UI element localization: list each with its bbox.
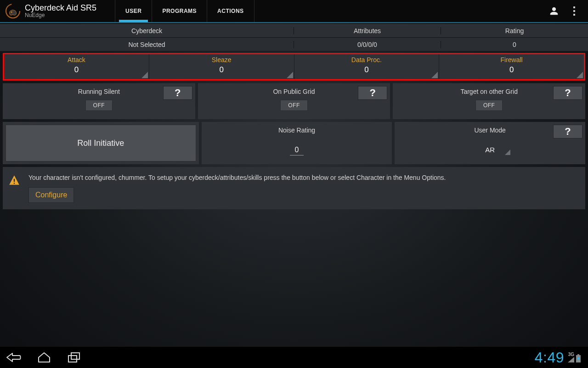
input-underline xyxy=(290,155,304,155)
running-silent-toggle[interactable]: OFF xyxy=(85,100,113,111)
profile-icon[interactable] xyxy=(544,0,564,22)
stat-dataproc-label: Data Proc. xyxy=(294,56,439,63)
user-mode-value: AR xyxy=(476,146,504,154)
svg-rect-3 xyxy=(573,10,575,12)
card-other-grid: Target on other Grid OFF ? xyxy=(393,83,585,119)
stat-attack[interactable]: Attack 0 xyxy=(4,54,149,79)
val-rating: 0 xyxy=(441,41,588,48)
col-cyberdeck: Cyberdeck xyxy=(0,27,294,34)
battery-icon xyxy=(576,354,581,362)
app-subtitle: NuEdge xyxy=(25,12,96,18)
svg-rect-10 xyxy=(577,354,579,355)
help-button[interactable]: ? xyxy=(358,86,387,100)
tab-actions[interactable]: ACTIONS xyxy=(207,0,254,22)
val-cyberdeck[interactable]: Not Selected xyxy=(0,41,294,48)
public-grid-label: On Public Grid xyxy=(273,88,315,95)
stat-firewall-label: Firewall xyxy=(439,56,584,63)
stat-dataproc[interactable]: Data Proc. 0 xyxy=(294,54,440,79)
stat-dataproc-value: 0 xyxy=(294,65,439,75)
col-rating: Rating xyxy=(441,27,588,34)
card-user-mode: User Mode AR ? xyxy=(395,122,585,164)
action-bar: Cyberdeck Aid SR5 NuEdge USER PROGRAMS A… xyxy=(0,0,588,22)
action-row: Roll Initiative Noise Rating 0 User Mode… xyxy=(3,122,585,164)
svg-point-1 xyxy=(11,12,12,13)
help-button[interactable]: ? xyxy=(553,125,582,138)
noise-rating-label: Noise Rating xyxy=(278,126,315,134)
card-public-grid: On Public Grid OFF ? xyxy=(198,83,390,119)
network-label: 3G xyxy=(568,352,574,357)
status-icons: 3G xyxy=(568,352,581,362)
configure-notice: Your character isn't configured, chummer… xyxy=(3,167,585,209)
system-nav-bar: 4:49 3G xyxy=(0,347,588,368)
spinner-handle-icon xyxy=(505,150,510,155)
other-grid-toggle[interactable]: OFF xyxy=(475,100,503,111)
user-mode-label: User Mode xyxy=(474,126,505,134)
app-title: Cyberdeck Aid SR5 xyxy=(25,4,96,13)
tab-user-label: USER xyxy=(125,8,141,14)
help-button[interactable]: ? xyxy=(553,86,582,100)
card-noise-rating: Noise Rating 0 xyxy=(202,122,392,164)
col-attributes: Attributes xyxy=(294,27,441,34)
running-silent-label: Running Silent xyxy=(78,88,120,95)
stat-attack-label: Attack xyxy=(4,56,149,63)
val-attributes: 0/0/0/0 xyxy=(294,41,441,48)
card-running-silent: Running Silent OFF ? xyxy=(3,83,195,119)
app-icon xyxy=(4,2,22,20)
spinner-handle-icon xyxy=(141,72,148,78)
recents-button[interactable] xyxy=(65,351,84,364)
spinner-handle-icon xyxy=(287,72,293,78)
other-grid-label: Target on other Grid xyxy=(460,88,518,95)
noise-rating-value[interactable]: 0 xyxy=(295,146,299,154)
card-roll-initiative: Roll Initiative xyxy=(3,122,199,164)
notice-body: Your character isn't configured, chummer… xyxy=(28,173,580,203)
configure-button[interactable]: Configure xyxy=(28,187,74,203)
app-title-block: Cyberdeck Aid SR5 NuEdge xyxy=(25,4,96,19)
stat-attack-value: 0 xyxy=(4,65,149,75)
tab-programs-label: PROGRAMS xyxy=(162,8,197,14)
user-mode-spinner[interactable]: AR xyxy=(476,146,504,154)
signal-icon xyxy=(568,357,574,362)
tab-user[interactable]: USER xyxy=(115,0,152,22)
notice-text: Your character isn't configured, chummer… xyxy=(28,173,580,183)
deck-summary-value-row: Not Selected 0/0/0/0 0 xyxy=(0,38,588,52)
back-button[interactable] xyxy=(5,351,23,364)
stat-firewall[interactable]: Firewall 0 xyxy=(439,54,584,79)
stat-sleaze-label: Sleaze xyxy=(149,56,294,63)
svg-rect-5 xyxy=(14,179,15,182)
stat-sleaze[interactable]: Sleaze 0 xyxy=(149,54,294,79)
tab-programs[interactable]: PROGRAMS xyxy=(152,0,207,22)
status-clock: 4:49 xyxy=(535,349,564,366)
help-button[interactable]: ? xyxy=(163,86,192,100)
svg-rect-2 xyxy=(573,6,575,8)
home-button[interactable] xyxy=(35,351,53,364)
toggle-row: Running Silent OFF ? On Public Grid OFF … xyxy=(3,83,585,119)
spinner-handle-icon xyxy=(577,72,583,78)
stat-sleaze-value: 0 xyxy=(149,65,294,75)
deck-summary-header-row: Cyberdeck Attributes Rating xyxy=(0,24,588,38)
svg-rect-6 xyxy=(14,183,15,184)
stat-firewall-value: 0 xyxy=(439,65,584,75)
deck-summary-table: Cyberdeck Attributes Rating Not Selected… xyxy=(0,24,588,52)
overflow-menu-icon[interactable] xyxy=(564,0,584,22)
asdf-stats-highlight: Attack 0 Sleaze 0 Data Proc. 0 Firewall … xyxy=(3,53,585,80)
warning-icon xyxy=(8,174,20,186)
tab-actions-label: ACTIONS xyxy=(217,8,244,14)
roll-initiative-button[interactable]: Roll Initiative xyxy=(6,125,196,161)
public-grid-toggle[interactable]: OFF xyxy=(280,100,308,111)
tab-bar: USER PROGRAMS ACTIONS xyxy=(115,0,254,22)
actionbar-underline xyxy=(0,22,588,23)
spinner-handle-icon xyxy=(431,72,438,78)
svg-rect-4 xyxy=(573,14,575,16)
